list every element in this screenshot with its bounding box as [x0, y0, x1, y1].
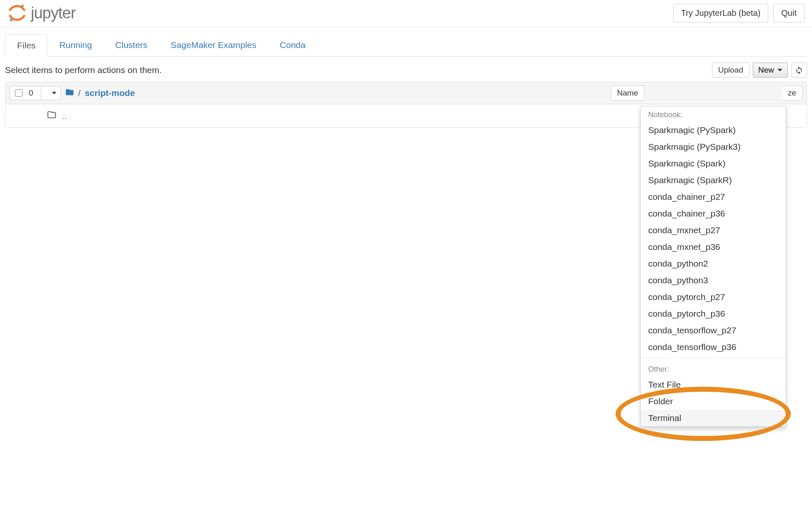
dropdown-section-notebook: Notebook: — [641, 106, 786, 122]
right-tools: Upload New — [712, 63, 807, 78]
dropdown-section-other: Other: — [641, 361, 786, 376]
caret-down-icon — [777, 69, 782, 71]
new-dropdown-button[interactable]: New — [753, 63, 788, 78]
tab-conda[interactable]: Conda — [268, 34, 317, 57]
upload-button[interactable]: Upload — [712, 63, 749, 78]
action-prompt: Select items to perform actions on them. — [5, 65, 162, 75]
toolbar-row: Select items to perform actions on them.… — [0, 57, 812, 82]
dropdown-item[interactable]: conda_chainer_p27 — [641, 189, 786, 205]
dropdown-item[interactable]: conda_python2 — [641, 255, 786, 272]
select-all-control[interactable]: 0 — [10, 86, 61, 100]
refresh-button[interactable] — [791, 63, 807, 78]
tab-sagemaker-examples[interactable]: SageMaker Examples — [159, 34, 268, 57]
tab-running[interactable]: Running — [48, 34, 103, 57]
folder-outline-icon — [47, 110, 56, 121]
divider — [41, 86, 41, 100]
sort-name-button[interactable]: Name — [611, 86, 644, 101]
dropdown-item-text-file[interactable]: Text File — [641, 376, 786, 393]
listing-header: 0 / script-mode Name ze — [5, 82, 807, 104]
tabs-container: Files Running Clusters SageMaker Example… — [0, 27, 812, 57]
dropdown-divider — [641, 358, 786, 358]
dropdown-item[interactable]: Sparkmagic (Spark) — [641, 155, 786, 172]
tabs: Files Running Clusters SageMaker Example… — [5, 34, 807, 57]
breadcrumb-sep: / — [78, 88, 81, 98]
svg-point-1 — [10, 19, 13, 22]
updir-link[interactable]: .. — [62, 111, 67, 121]
sort-size-button-tail[interactable]: ze — [782, 86, 802, 101]
refresh-icon — [795, 65, 803, 75]
dropdown-item[interactable]: conda_python3 — [641, 272, 786, 289]
tab-clusters[interactable]: Clusters — [104, 34, 159, 57]
dropdown-item[interactable]: conda_mxnet_p36 — [641, 239, 786, 255]
dropdown-item[interactable]: Sparkmagic (PySpark3) — [641, 139, 786, 155]
dropdown-item-terminal[interactable]: Terminal — [641, 410, 786, 426]
jupyter-logo-icon — [8, 3, 27, 23]
jupyter-logo[interactable]: jupyter — [8, 3, 75, 23]
dropdown-item[interactable]: Sparkmagic (PySpark) — [641, 122, 786, 139]
header: jupyter Try JupyterLab (beta) Quit — [0, 0, 812, 27]
header-buttons: Try JupyterLab (beta) Quit — [673, 4, 804, 23]
folder-icon[interactable] — [65, 88, 74, 99]
tab-files[interactable]: Files — [5, 34, 48, 57]
breadcrumb-current[interactable]: script-mode — [85, 88, 135, 98]
caret-down-icon — [52, 92, 56, 94]
quit-button[interactable]: Quit — [773, 4, 804, 23]
dropdown-item[interactable]: conda_mxnet_p27 — [641, 222, 786, 239]
dropdown-item-folder[interactable]: Folder — [641, 393, 786, 410]
selected-count: 0 — [27, 88, 35, 98]
dropdown-item[interactable]: conda_tensorflow_p36 — [641, 339, 786, 355]
dropdown-item[interactable]: conda_tensorflow_p27 — [641, 322, 786, 339]
jupyter-logo-text: jupyter — [31, 4, 75, 22]
dropdown-item[interactable]: conda_pytorch_p36 — [641, 305, 786, 322]
dropdown-item[interactable]: conda_chainer_p36 — [641, 205, 786, 222]
breadcrumb: / script-mode — [65, 88, 135, 99]
new-dropdown-menu: Notebook: Sparkmagic (PySpark) Sparkmagi… — [640, 106, 786, 427]
dropdown-item[interactable]: Sparkmagic (SparkR) — [641, 172, 786, 189]
new-label: New — [758, 65, 774, 75]
dropdown-item[interactable]: conda_pytorch_p27 — [641, 289, 786, 305]
try-jupyterlab-button[interactable]: Try JupyterLab (beta) — [673, 4, 768, 23]
select-all-checkbox[interactable] — [15, 89, 23, 97]
